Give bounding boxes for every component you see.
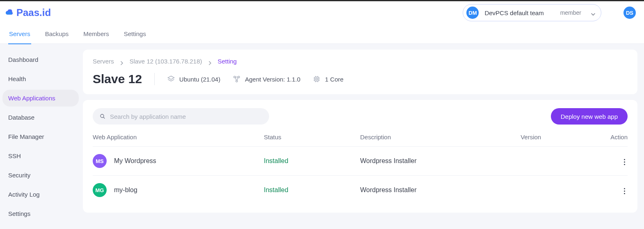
breadcrumb: Servers Slave 12 (103.176.78.218) Settin… xyxy=(93,58,628,65)
breadcrumb-servers[interactable]: Servers xyxy=(93,58,114,65)
app-avatar: MG xyxy=(93,183,107,197)
sidebar-item-activity-log[interactable]: Activity Log xyxy=(2,186,79,203)
breadcrumb-current: Setting xyxy=(218,58,237,65)
meta-os: Ubuntu (21.04) xyxy=(167,75,220,83)
sidebar-item-database[interactable]: Database xyxy=(2,109,79,126)
svg-rect-3 xyxy=(315,77,319,81)
row-actions-menu[interactable] xyxy=(621,186,628,197)
tab-backups[interactable]: Backups xyxy=(44,24,70,44)
team-avatar: DM xyxy=(466,7,479,19)
table-row: MS My Wordpress Installed Wordpress Inst… xyxy=(93,147,628,176)
search-box[interactable] xyxy=(93,108,269,125)
cpu-icon xyxy=(313,75,321,83)
sidebar-item-security[interactable]: Security xyxy=(2,167,79,184)
tab-settings[interactable]: Settings xyxy=(123,24,147,44)
status-badge: Installed xyxy=(264,157,288,164)
server-header-card: Servers Slave 12 (103.176.78.218) Settin… xyxy=(83,50,637,94)
app-name[interactable]: my-blog xyxy=(114,186,137,194)
app-description: Wordpress Installer xyxy=(360,186,417,193)
topbar: Paas.id DM DevPCS default team member DS xyxy=(0,1,644,24)
app-description: Wordpress Installer xyxy=(360,157,417,164)
app-avatar: MS xyxy=(93,154,107,168)
web-apps-table: Web Application Status Description Versi… xyxy=(93,134,628,204)
sidebar-item-web-applications[interactable]: Web Applications xyxy=(2,90,79,107)
sidebar-item-file-manager[interactable]: File Manager xyxy=(2,128,79,145)
user-avatar[interactable]: DS xyxy=(623,7,636,19)
col-description: Description xyxy=(360,134,521,147)
brand-name: Paas.id xyxy=(16,7,51,18)
layers-icon xyxy=(167,75,175,83)
page-title: Slave 12 xyxy=(93,72,142,86)
nav-tabs: Servers Backups Members Settings xyxy=(0,24,644,44)
team-name: DevPCS default team xyxy=(484,9,544,16)
sidebar: Dashboard Health Web Applications Databa… xyxy=(0,44,83,229)
sidebar-item-settings[interactable]: Settings xyxy=(2,205,79,222)
sidebar-item-health[interactable]: Health xyxy=(2,70,79,87)
sidebar-item-dashboard[interactable]: Dashboard xyxy=(2,51,79,68)
app-name[interactable]: My Wordpress xyxy=(114,157,156,165)
col-status: Status xyxy=(264,134,360,147)
separator xyxy=(154,73,155,85)
title-row: Slave 12 Ubuntu (21.04) xyxy=(93,72,628,86)
cpu-label: 1 Core xyxy=(325,76,343,83)
cloud-icon xyxy=(5,9,14,16)
col-version: Version xyxy=(521,134,585,147)
row-actions-menu[interactable] xyxy=(621,156,628,168)
table-row: MG my-blog Installed Wordpress Installer xyxy=(93,176,628,205)
svg-point-5 xyxy=(100,114,104,118)
os-label: Ubuntu (21.04) xyxy=(179,76,220,83)
chevron-down-icon xyxy=(591,11,595,15)
search-icon xyxy=(99,113,106,120)
tab-members[interactable]: Members xyxy=(82,24,110,44)
main: Servers Slave 12 (103.176.78.218) Settin… xyxy=(83,44,644,229)
agent-label: Agent Version: 1.1.0 xyxy=(245,76,300,83)
team-selector[interactable]: DM DevPCS default team member xyxy=(463,4,601,21)
svg-rect-4 xyxy=(316,78,317,80)
breadcrumb-server[interactable]: Slave 12 (103.176.78.218) xyxy=(130,58,202,65)
chevron-right-icon xyxy=(120,59,124,63)
brand-logo[interactable]: Paas.id xyxy=(5,7,51,18)
nodes-icon xyxy=(233,75,241,83)
svg-point-2 xyxy=(236,80,238,82)
web-apps-card: Deploy new web app Web Application Statu… xyxy=(83,100,637,213)
col-web-application: Web Application xyxy=(93,134,264,147)
status-badge: Installed xyxy=(264,186,288,193)
tab-servers[interactable]: Servers xyxy=(8,24,31,44)
sidebar-item-ssh[interactable]: SSH xyxy=(2,147,79,164)
search-input[interactable] xyxy=(110,113,263,120)
chevron-right-icon xyxy=(208,59,212,63)
deploy-new-web-app-button[interactable]: Deploy new web app xyxy=(551,108,628,125)
meta-cpu: 1 Core xyxy=(313,75,343,83)
meta-agent: Agent Version: 1.1.0 xyxy=(233,75,300,83)
col-action: Action xyxy=(585,134,628,147)
team-role: member xyxy=(560,9,581,16)
